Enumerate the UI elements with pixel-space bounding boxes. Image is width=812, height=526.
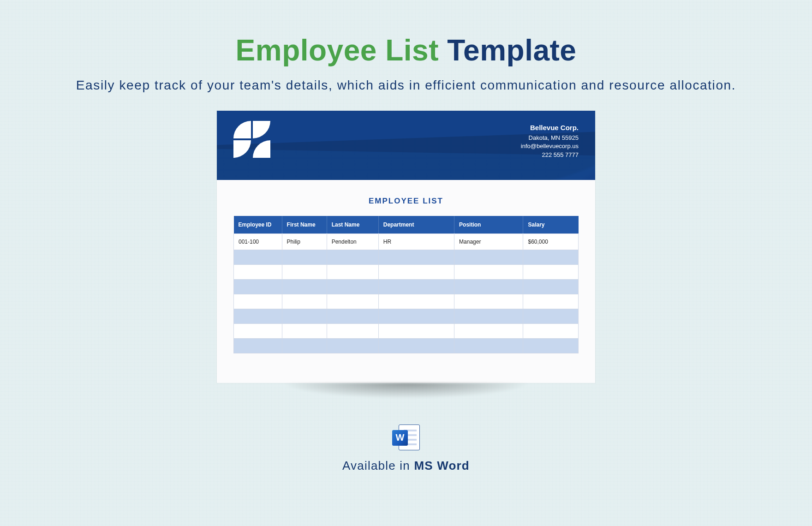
table-row [234,294,579,309]
table-cell [282,294,327,309]
table-cell [454,279,523,294]
table-cell [454,323,523,338]
list-title: EMPLOYEE LIST [233,197,579,206]
table-row [234,264,579,279]
table-cell [282,338,327,353]
table-cell [523,338,579,353]
table-cell [327,294,378,309]
table-cell [523,323,579,338]
table-cell: Pendelton [327,233,378,250]
table-cell [378,250,454,264]
table-cell [454,250,523,264]
table-row [234,250,579,264]
table-cell [523,264,579,279]
table-cell [523,294,579,309]
table-cell [523,250,579,264]
page-subtitle: Easily keep track of your team's details… [0,77,812,94]
table-cell [234,309,282,323]
msword-icon: W [392,424,420,450]
document-preview-wrap: Bellevue Corp. Dakota, MN 55925 info@bel… [0,111,812,383]
table-cell [282,264,327,279]
table-cell: HR [378,233,454,250]
table-cell: $60,000 [523,233,579,250]
table-row [234,338,579,353]
document-body: EMPLOYEE LIST Employee ID First Name Las… [217,180,595,370]
company-address: Dakota, MN 55925 [521,134,579,143]
table-cell [234,323,282,338]
company-logo-icon [233,121,270,158]
table-cell: Manager [454,233,523,250]
preview-shadow [226,383,586,415]
table-cell [327,264,378,279]
table-cell [327,309,378,323]
table-cell [234,264,282,279]
table-cell [234,338,282,353]
table-cell [523,279,579,294]
table-cell [454,294,523,309]
table-cell [454,309,523,323]
table-cell [378,323,454,338]
company-email: info@bellevuecorp.us [521,142,579,151]
document-preview: Bellevue Corp. Dakota, MN 55925 info@bel… [217,111,595,383]
table-cell [454,264,523,279]
company-name: Bellevue Corp. [521,123,579,133]
table-cell [523,309,579,323]
table-row [234,323,579,338]
employee-table: Employee ID First Name Last Name Departm… [233,216,579,353]
table-cell [282,309,327,323]
table-cell [378,279,454,294]
page-title: Employee List Template [0,33,812,67]
title-block: Employee List Template Easily keep track… [0,0,812,94]
table-cell [234,279,282,294]
table-cell [234,294,282,309]
availability-prefix: Available in [342,459,414,472]
col-last-name: Last Name [327,216,378,234]
document-header: Bellevue Corp. Dakota, MN 55925 info@bel… [217,111,595,180]
footer: W Available in MS Word [0,424,812,473]
table-cell [378,309,454,323]
availability-text: Available in MS Word [0,459,812,473]
col-employee-id: Employee ID [234,216,282,234]
col-department: Department [378,216,454,234]
table-cell [327,279,378,294]
msword-letter: W [392,430,408,446]
availability-format: MS Word [414,459,470,472]
title-part2: Template [447,34,576,67]
table-cell [378,338,454,353]
table-cell: 001-100 [234,233,282,250]
title-part1: Employee List [236,34,439,67]
col-salary: Salary [523,216,579,234]
table-cell [327,323,378,338]
company-info: Bellevue Corp. Dakota, MN 55925 info@bel… [521,123,579,160]
table-header-row: Employee ID First Name Last Name Departm… [234,216,579,234]
table-cell [378,294,454,309]
table-cell [378,264,454,279]
table-cell: Philip [282,233,327,250]
col-first-name: First Name [282,216,327,234]
table-cell [234,250,282,264]
table-cell [454,338,523,353]
col-position: Position [454,216,523,234]
table-row: 001-100PhilipPendeltonHRManager$60,000 [234,233,579,250]
table-cell [327,338,378,353]
table-row [234,279,579,294]
page-content: Employee List Template Easily keep track… [0,0,812,526]
company-phone: 222 555 7777 [521,151,579,160]
table-cell [327,250,378,264]
table-cell [282,323,327,338]
table-row [234,309,579,323]
table-cell [282,250,327,264]
table-cell [282,279,327,294]
